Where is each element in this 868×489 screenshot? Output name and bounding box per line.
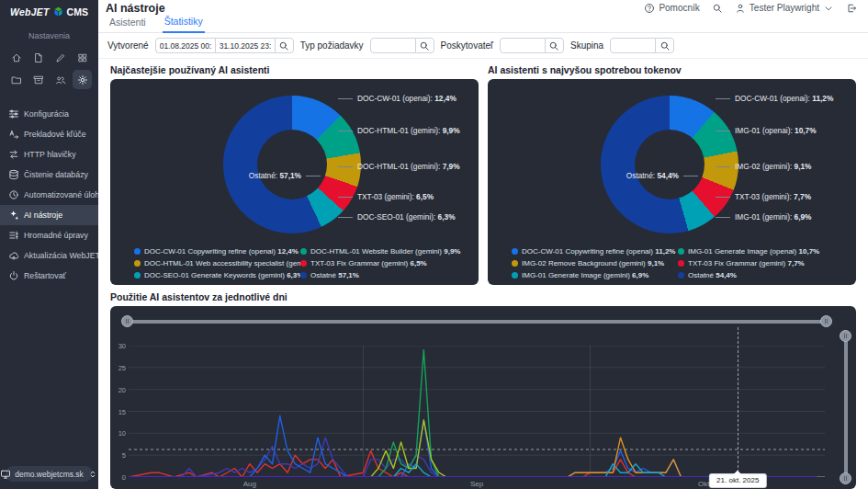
legend-item[interactable]: DOC-HTML-01 Web accessibility specialist…	[134, 259, 300, 267]
legend-item[interactable]: TXT-03 Fix Grammar (gemini) 7,7%	[678, 259, 849, 267]
sidebar-item-automatizovan-lohy[interactable]: Automatizované úlohy	[0, 185, 98, 205]
sidebar-item-http-hlavi-ky[interactable]: HTTP hlavičky	[0, 144, 98, 165]
page: WebJET CMS Nastavenia KonfiguráciaPrekla…	[0, 0, 868, 489]
scrollbar-handle-top[interactable]	[840, 330, 851, 342]
line-chart-card: 051015202530 21. okt. 2025 AugSepOkt	[110, 306, 856, 489]
logout-button[interactable]	[846, 3, 857, 14]
scrollbar-handle-bottom[interactable]	[840, 472, 851, 484]
site-selector-label: demo.webjetcms.sk	[15, 470, 84, 479]
main-header: AI nástroje Pomocník Tester Playwright	[98, 0, 868, 16]
chart-title: Najčastejšie používaný AI asistenti	[110, 64, 479, 75]
site-selector[interactable]: demo.webjetcms.sk	[6, 466, 93, 482]
slice-callout: DOC-HTML-01 (gemini): 7,9%	[338, 162, 460, 171]
sidebar-item-label: Hromadné úpravy	[24, 231, 88, 240]
sidebar-item-prekladov-k-e[interactable]: Prekladové kľúče	[0, 124, 98, 144]
group-search-button[interactable]	[655, 38, 674, 53]
x-month-label: Sep	[470, 480, 483, 488]
line-chart-svg	[129, 346, 825, 477]
search-button[interactable]	[712, 3, 723, 14]
legend-item[interactable]: IMG-01 Generate Image (openai) 10,7%	[678, 247, 849, 256]
request-type-search-button[interactable]	[415, 38, 434, 53]
group-input[interactable]	[610, 38, 656, 53]
sidebar-item--istenie-datab-zy[interactable]: Čistenie databázy	[0, 165, 98, 185]
sidebar-item-konfigur-cia[interactable]: Konfigurácia	[0, 104, 98, 124]
home-icon[interactable]	[6, 48, 26, 67]
provider-input[interactable]	[500, 38, 546, 53]
scrollbar-handle-right[interactable]	[820, 315, 832, 327]
webjet-cube-icon	[52, 6, 64, 18]
slice-callout: Ostatné: 54,4%	[626, 171, 698, 180]
sidebar-item-label: Automatizované úlohy	[24, 190, 98, 199]
user-menu[interactable]: Tester Playwright	[735, 3, 834, 14]
provider-search-button[interactable]	[545, 38, 564, 53]
users-icon[interactable]	[51, 70, 70, 89]
y-tick-label: 30	[118, 342, 126, 350]
file-icon[interactable]	[28, 48, 48, 67]
slice-callout: Ostatné: 57,1%	[249, 171, 321, 180]
sidebar-item-label: HTTP hlavičky	[24, 150, 76, 159]
search-icon	[548, 40, 559, 51]
slice-callout: TXT-03 (gemini): 7,7%	[716, 192, 811, 201]
sidebar-item-ai-n-stroje[interactable]: AI nástroje	[0, 205, 98, 225]
legend-label: DOC-SEO-01 Generate Keywords (gemini) 6,…	[144, 271, 300, 279]
line-chart-plot[interactable]: 21. okt. 2025	[129, 346, 825, 477]
tab-bar: Asistenti Štatistiky	[98, 16, 868, 33]
sidebar-item-label: Reštartovať	[24, 271, 66, 280]
tab-asistenti[interactable]: Asistenti	[107, 17, 148, 32]
legend-item[interactable]: TXT-03 Fix Grammar (gemini) 6,5%	[300, 259, 471, 267]
legend-item[interactable]: IMG-02 Remove Background (gemini) 9,1%	[512, 259, 678, 267]
legend-item[interactable]: Ostatné 54,4%	[678, 271, 849, 279]
legend-label: IMG-01 Generate Image (openai) 10,7%	[688, 247, 819, 256]
legend-label: DOC-CW-01 Copywriting refine (openai) 12…	[144, 247, 299, 256]
request-type-group	[370, 38, 434, 53]
sparkles-icon	[8, 210, 19, 221]
vertical-range-scrollbar[interactable]	[844, 334, 848, 481]
tab-statistiky[interactable]: Štatistiky	[163, 16, 205, 33]
donut-charts-row: Najčastejšie používaný AI asistenti DOC-…	[98, 59, 868, 285]
horizontal-range-scrollbar[interactable]	[125, 320, 829, 324]
help-label: Pomocník	[659, 3, 699, 13]
sidebar-item-hromadn-pravy[interactable]: Hromadné úpravy	[0, 225, 98, 245]
grid-icon[interactable]	[73, 48, 92, 67]
sidebar-menu: KonfiguráciaPrekladové kľúčeHTTP hlavičk…	[0, 104, 98, 286]
sidebar: WebJET CMS Nastavenia KonfiguráciaPrekla…	[0, 0, 98, 489]
chart-block-token-usage: AI asistenti s najvyšou spotrebou tokeno…	[488, 63, 856, 285]
legend-item[interactable]: DOC-HTML-01 Website Builder (gemini) 9,9…	[300, 247, 471, 256]
gear-icon[interactable]	[73, 70, 92, 89]
date-search-button[interactable]	[275, 38, 294, 53]
chart-title: Použitie AI asistentov za jednotlivé dni	[110, 291, 856, 302]
date-to-input[interactable]	[215, 38, 276, 53]
legend-dot	[300, 260, 307, 267]
chevron-down-icon	[823, 3, 834, 14]
pencil-icon[interactable]	[51, 48, 70, 67]
legend-dot	[678, 260, 684, 267]
legend-item[interactable]: DOC-CW-01 Copywriting refine (openai) 11…	[512, 247, 678, 256]
date-from-input[interactable]	[155, 38, 216, 53]
legend-item[interactable]: IMG-01 Generate Image (gemini) 6,9%	[512, 271, 678, 279]
logo-text-cms: CMS	[67, 6, 88, 17]
legend-dot	[512, 260, 518, 267]
app-logo[interactable]: WebJET CMS	[0, 0, 98, 24]
legend-item[interactable]: Ostatné 57,1%	[300, 271, 471, 279]
group-label: Skupina	[570, 40, 603, 51]
legend-label: DOC-CW-01 Copywriting refine (openai) 11…	[522, 247, 675, 256]
archive-icon[interactable]	[28, 70, 48, 89]
swap-icon	[8, 149, 19, 160]
sidebar-item-aktualiz-cia-webjetu[interactable]: Aktualizácia WebJETu	[0, 245, 98, 266]
legend-dot	[678, 248, 684, 255]
legend-item[interactable]: DOC-SEO-01 Generate Keywords (gemini) 6,…	[134, 271, 300, 279]
scrollbar-handle-left[interactable]	[121, 315, 133, 327]
legend-dot	[300, 248, 307, 255]
sidebar-item-label: Prekladové kľúče	[24, 130, 86, 139]
folder-icon[interactable]	[6, 70, 26, 89]
request-type-label: Typ požiadavky	[300, 40, 364, 51]
legend-item[interactable]: DOC-CW-01 Copywriting refine (openai) 12…	[134, 247, 300, 256]
sidebar-icon-grid	[0, 46, 98, 93]
help-button[interactable]: Pomocník	[644, 3, 699, 14]
x-month-label: Aug	[243, 480, 256, 488]
slice-callout: DOC-CW-01 (openai): 12,4%	[338, 94, 457, 103]
sidebar-item-re-tartova-[interactable]: Reštartovať	[0, 266, 98, 286]
power-icon	[8, 270, 19, 281]
legend-dot	[300, 272, 307, 279]
request-type-input[interactable]	[370, 38, 416, 53]
